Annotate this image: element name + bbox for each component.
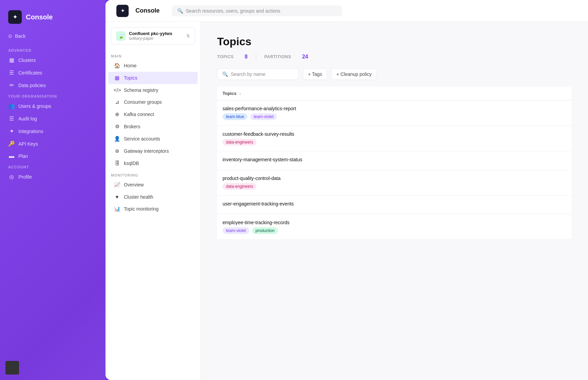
profile-icon: ◎: [8, 174, 15, 180]
search-icon: 🔍: [177, 8, 183, 14]
stat-separator: [256, 53, 256, 60]
cleanup-policy-button[interactable]: + Cleanup policy: [331, 68, 377, 80]
topbar-logo: ✦: [116, 5, 129, 17]
search-placeholder: Search by name: [231, 71, 265, 77]
org-label: YOUR ORGRANISATION: [0, 92, 105, 100]
nav-item-schema-registry[interactable]: </> Schema registry: [108, 84, 198, 96]
cluster-health-icon: ♥: [114, 194, 120, 200]
outer-app-title: Console: [26, 13, 53, 21]
sidebar-item-data-policies[interactable]: ✏ Data policies: [0, 79, 105, 92]
sidebar-item-certificates[interactable]: ☰ Certificates: [0, 66, 105, 79]
clusters-label: Clusters: [18, 57, 36, 63]
outer-sidebar-header: ✦ Console: [0, 7, 105, 31]
content-area: Topics TOPICS 8 PARTITIONS 24 🔍 Search b…: [201, 22, 588, 380]
users-groups-icon: 👥: [8, 103, 15, 109]
topics-label: Topics: [124, 75, 137, 81]
topic-name: user-engagement-tracking-events: [223, 201, 566, 206]
topics-column-label: Topics: [223, 91, 236, 96]
plan-label: Plan: [18, 153, 28, 159]
nav-item-cluster-health[interactable]: ♥ Cluster health: [108, 191, 198, 203]
kafka-connect-label: Kafka connect: [124, 112, 154, 117]
home-label: Home: [124, 63, 136, 68]
sidebar-item-api-keys[interactable]: 🔑 API Keys: [0, 137, 105, 150]
nav-item-gateway-interceptors[interactable]: ⊛ Gateway interceptors: [108, 145, 198, 157]
integrations-icon: ✦: [8, 128, 15, 134]
nav-item-topics[interactable]: ▦ Topics: [108, 72, 198, 84]
topics-count-label: TOPICS: [217, 54, 234, 59]
back-button[interactable]: ⊙ Back: [0, 31, 105, 42]
service-accounts-icon: 👤: [114, 136, 120, 142]
data-policies-icon: ✏: [8, 82, 15, 88]
brokers-icon: ⚙: [114, 123, 120, 130]
outer-sidebar: ✦ Console ⊙ Back ADVANCED ▦ Clusters ☰ C…: [0, 0, 105, 380]
topic-name: customer-feedback-survey-results: [223, 131, 566, 137]
data-policies-label: Data policies: [18, 83, 46, 88]
topics-table: Topics ↕ sales-performance-analytics-rep…: [217, 87, 572, 240]
advanced-label: ADVANCED: [0, 46, 105, 54]
sidebar-item-clusters[interactable]: ▦ Clusters: [0, 54, 105, 66]
sidebar-item-audit-log[interactable]: ☰ Audit log: [0, 112, 105, 125]
inner-sidebar: 🍃 Confluent pkc-yytws solitary-paper ⇅ M…: [105, 22, 201, 380]
table-row[interactable]: employee-time-tracking-records team-viol…: [217, 214, 572, 240]
back-label: Back: [15, 33, 26, 39]
search-box-icon: 🔍: [222, 71, 228, 77]
topbar-search[interactable]: 🔍 Search resources, users, groups and ac…: [172, 5, 342, 16]
nav-item-ksqldb[interactable]: 🗄 ksqlDB: [108, 157, 198, 169]
consumer-groups-icon: ⊿: [114, 99, 120, 105]
topics-icon: ▦: [114, 75, 120, 81]
integrations-label: Integrations: [18, 129, 43, 134]
certificates-label: Certificates: [18, 70, 42, 76]
topbar-title: Console: [135, 7, 160, 14]
sidebar-item-users-groups[interactable]: 👥 Users & groups: [0, 100, 105, 112]
topic-name: sales-performance-analytics-report: [223, 106, 566, 111]
nav-item-brokers[interactable]: ⚙ Brokers: [108, 120, 198, 133]
partitions-value: 24: [302, 54, 308, 60]
tag: production: [252, 227, 278, 234]
table-row[interactable]: user-engagement-tracking-events: [217, 196, 572, 214]
sidebar-item-profile[interactable]: ◎ Profile: [0, 170, 105, 183]
table-row[interactable]: sales-performance-analytics-report team-…: [217, 100, 572, 126]
toolbar: 🔍 Search by name + Tags + Cleanup policy: [217, 68, 572, 80]
certificates-icon: ☰: [8, 69, 15, 76]
main-topbar: ✦ Console 🔍 Search resources, users, gro…: [105, 0, 588, 22]
table-header: Topics ↕: [217, 87, 572, 100]
schema-registry-icon: </>: [114, 87, 120, 93]
topic-monitoring-label: Topic monitoring: [124, 206, 159, 212]
back-icon: ⊙: [8, 33, 12, 39]
cluster-selector[interactable]: 🍃 Confluent pkc-yytws solitary-paper ⇅: [111, 27, 195, 45]
cluster-name: Confluent pkc-yytws: [129, 31, 172, 36]
cluster-health-label: Cluster health: [124, 194, 153, 200]
table-row[interactable]: customer-feedback-survey-results data-en…: [217, 126, 572, 151]
table-row[interactable]: product-quality-control-data data-engine…: [217, 170, 572, 196]
sort-icon[interactable]: ↕: [239, 92, 241, 96]
nav-item-service-accounts[interactable]: 👤 Service accounts: [108, 133, 198, 145]
sidebar-item-plan[interactable]: ▬ Plan: [0, 150, 105, 162]
tag: team-violet: [250, 113, 277, 120]
nav-item-consumer-groups[interactable]: ⊿ Consumer groups: [108, 96, 198, 108]
clusters-icon: ▦: [8, 57, 15, 63]
api-keys-icon: 🔑: [8, 141, 15, 147]
tag: data-engineers: [223, 139, 257, 146]
search-by-name[interactable]: 🔍 Search by name: [217, 68, 299, 80]
main-area: ✦ Console 🔍 Search resources, users, gro…: [105, 0, 588, 380]
nav-item-topic-monitoring[interactable]: 📊 Topic monitoring: [108, 203, 198, 215]
topic-tags: data-engineers: [223, 183, 566, 190]
tag: team-violet: [223, 227, 249, 234]
page-title: Topics: [217, 35, 572, 48]
nav-item-home[interactable]: 🏠 Home: [108, 60, 198, 72]
qr-code: [5, 361, 19, 375]
sidebar-item-integrations[interactable]: ✦ Integrations: [0, 125, 105, 137]
nav-item-kafka-connect[interactable]: ⊕ Kafka connect: [108, 108, 198, 120]
search-placeholder-text: Search resources, users, groups and acti…: [186, 8, 280, 14]
account-label: ACCOUNT: [0, 162, 105, 170]
outer-logo: ✦: [8, 10, 22, 24]
table-row[interactable]: inventory-management-system-status: [217, 151, 572, 170]
topics-stats: TOPICS 8 PARTITIONS 24: [217, 53, 572, 60]
service-accounts-label: Service accounts: [124, 136, 160, 142]
audit-log-icon: ☰: [8, 115, 15, 122]
topic-name: product-quality-control-data: [223, 176, 566, 181]
topics-count-value: 8: [245, 54, 248, 60]
tags-button[interactable]: + Tags: [303, 68, 327, 80]
nav-item-overview[interactable]: 📈 Overview: [108, 179, 198, 191]
kafka-connect-icon: ⊕: [114, 111, 120, 117]
